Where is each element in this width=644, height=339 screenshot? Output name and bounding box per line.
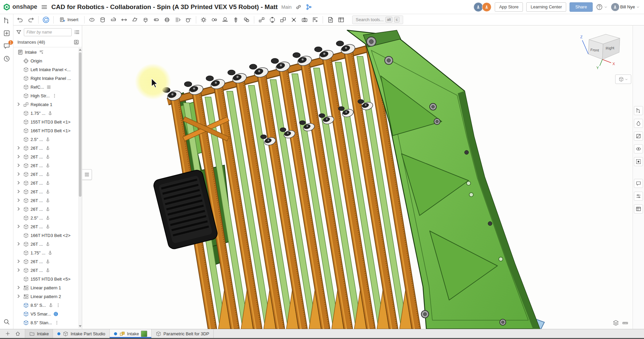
tree-item[interactable]: 2.5" ... xyxy=(13,213,78,222)
screw-relation-icon[interactable] xyxy=(231,15,241,25)
update-icon[interactable] xyxy=(41,15,51,25)
expand-chevron-icon[interactable] xyxy=(16,241,21,247)
workspace-name[interactable]: Main xyxy=(281,4,291,10)
share-button[interactable]: Share xyxy=(570,2,593,12)
tree-item[interactable]: 26T ... xyxy=(13,222,78,231)
appearance-icon[interactable] xyxy=(634,119,643,128)
tool-search[interactable]: Search tools... alt c xyxy=(352,15,403,24)
expand-chevron-icon[interactable] xyxy=(16,172,21,177)
learning-center-button[interactable]: Learning Center xyxy=(526,2,566,12)
tree-item[interactable]: 26T ... xyxy=(13,152,78,161)
tree-item[interactable]: 26T ... xyxy=(13,266,78,275)
scroll-down-icon[interactable] xyxy=(79,325,82,327)
linear-pattern-icon[interactable] xyxy=(257,15,267,25)
document-tab[interactable]: Intake Part Studio xyxy=(53,329,109,338)
versions-graph-icon[interactable] xyxy=(306,4,312,10)
tree-item[interactable]: 166T HTD3 Belt <1> xyxy=(13,126,78,135)
mate-icon[interactable] xyxy=(87,15,97,25)
expand-chevron-icon[interactable] xyxy=(16,180,21,186)
3d-model-view[interactable] xyxy=(82,26,633,329)
user-menu[interactable]: Bill Nye xyxy=(611,3,640,11)
slider-mate-icon[interactable] xyxy=(119,15,129,25)
mate-connector-icon[interactable] xyxy=(199,15,209,25)
tables-icon[interactable] xyxy=(634,204,643,213)
comments-icon[interactable] xyxy=(634,179,643,188)
expand-chevron-icon[interactable] xyxy=(16,268,21,273)
tree-item[interactable]: 26T ... xyxy=(13,170,78,179)
gear-relation-icon[interactable] xyxy=(209,15,219,25)
collaborator-avatar[interactable] xyxy=(474,2,483,12)
tree-item[interactable]: Intake xyxy=(13,48,78,56)
expand-chevron-icon[interactable] xyxy=(16,145,21,151)
tree-item[interactable]: 26T ... xyxy=(13,187,78,196)
isolate-icon[interactable] xyxy=(634,157,643,166)
undo-icon[interactable] xyxy=(15,15,25,25)
named-positions-icon[interactable] xyxy=(310,15,320,25)
insert-panel-icon[interactable] xyxy=(3,30,10,37)
feature-tree-icon[interactable] xyxy=(3,17,10,24)
expand-chevron-icon[interactable] xyxy=(16,294,21,299)
create-tab-button[interactable] xyxy=(3,329,13,338)
document-tab[interactable]: Intake xyxy=(25,329,53,338)
belt-relation-icon[interactable] xyxy=(241,15,252,25)
tree-item[interactable]: Left Intake Panel <... xyxy=(13,65,78,74)
scrollbar-thumb[interactable] xyxy=(79,52,82,197)
tree-item[interactable]: 26T ... xyxy=(13,205,78,213)
expand-chevron-icon[interactable] xyxy=(16,285,21,290)
tree-item[interactable]: 2.5" ... xyxy=(13,135,78,144)
isometric-grid-icon[interactable] xyxy=(612,320,619,326)
view-cube-menu-button[interactable] xyxy=(615,75,631,84)
insert-button[interactable]: Insert xyxy=(56,15,82,25)
hide-show-icon[interactable] xyxy=(634,144,643,153)
tree-item[interactable]: 26T ... xyxy=(13,257,78,266)
section-view-icon[interactable] xyxy=(634,132,643,141)
tree-scrollbar[interactable] xyxy=(78,48,82,328)
bom-icon[interactable] xyxy=(336,15,346,25)
graphics-viewport[interactable]: Front Right Z X Y xyxy=(82,26,633,329)
viewcube-right-label[interactable]: Right xyxy=(605,46,614,50)
display-options-icon[interactable] xyxy=(634,192,643,201)
expand-chevron-icon[interactable] xyxy=(16,224,21,229)
tree-item[interactable]: Replicate 1 xyxy=(13,100,78,109)
drawing-icon[interactable] xyxy=(325,15,335,25)
expand-chevron-icon[interactable] xyxy=(16,154,21,159)
replicate-icon[interactable] xyxy=(278,15,288,25)
viewcube-front-label[interactable]: Front xyxy=(590,48,599,52)
tree-item[interactable]: Right Intake Panel ... xyxy=(13,74,78,83)
tree-item[interactable]: 26T ... xyxy=(13,240,78,248)
onshape-logo[interactable]: onshape xyxy=(3,3,37,11)
panel-drawer-handle[interactable] xyxy=(82,169,92,180)
pin-slot-mate-icon[interactable] xyxy=(151,15,161,25)
tree-item[interactable]: 1.75" ... xyxy=(13,109,78,117)
tree-item[interactable]: 8.5" S... xyxy=(13,301,78,309)
tree-item[interactable]: 8.5" Stan... xyxy=(13,318,78,327)
document-tab[interactable]: Parametric Belt for 3DP xyxy=(152,329,214,338)
model-tree-icon[interactable] xyxy=(634,106,643,115)
tree-item[interactable]: 1.75" ... xyxy=(13,248,78,257)
comments-icon[interactable]: 1 xyxy=(3,42,10,50)
document-tab[interactable]: Intake xyxy=(110,329,152,338)
history-icon[interactable] xyxy=(3,55,10,62)
tree-item[interactable]: Origin xyxy=(13,56,78,65)
expand-chevron-icon[interactable] xyxy=(16,102,21,107)
tree-item[interactable]: High Str... xyxy=(13,91,78,100)
tree-item[interactable]: 26T ... xyxy=(13,179,78,187)
expand-chevron-icon[interactable] xyxy=(16,189,21,194)
tree-item[interactable]: Linear pattern 1 xyxy=(13,283,78,292)
revolute-mate-icon[interactable] xyxy=(108,15,118,25)
expand-chevron-icon[interactable] xyxy=(16,206,21,212)
view-cube[interactable]: Front Right Z X Y xyxy=(578,28,625,70)
main-menu-icon[interactable] xyxy=(41,4,48,10)
zoom-select-icon[interactable] xyxy=(3,318,10,326)
rack-pinion-relation-icon[interactable] xyxy=(220,15,230,25)
tree-item[interactable]: 155T HTD3 Belt <5> xyxy=(13,275,78,283)
circular-pattern-icon[interactable] xyxy=(267,15,277,25)
copy-link-icon[interactable] xyxy=(295,4,302,10)
tree-item[interactable]: RefC... xyxy=(13,83,78,91)
tree-item[interactable]: 26T ... xyxy=(13,144,78,152)
ball-mate-icon[interactable] xyxy=(162,15,172,25)
tab-manager-button[interactable] xyxy=(13,329,23,338)
snapshot-icon[interactable] xyxy=(300,15,310,25)
expand-chevron-icon[interactable] xyxy=(16,163,21,168)
tangent-mate-icon[interactable] xyxy=(183,15,194,25)
